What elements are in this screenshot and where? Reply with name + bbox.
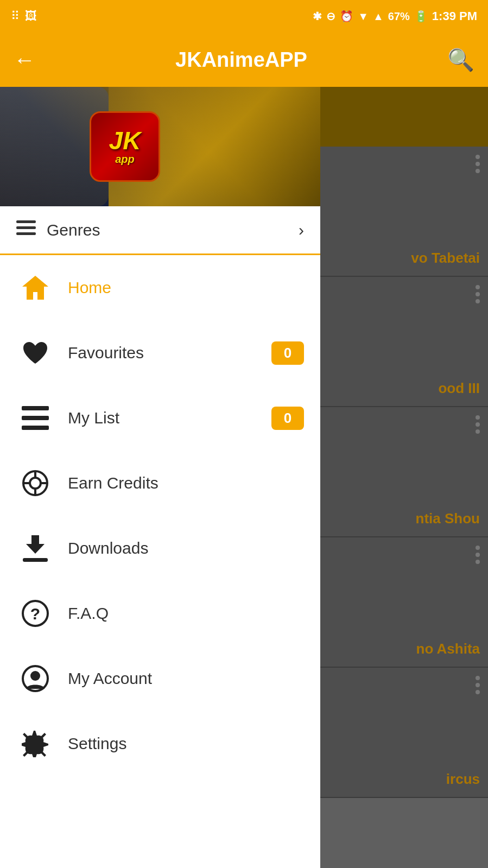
account-icon xyxy=(16,660,54,698)
app-title: JKAnimeAPP xyxy=(46,48,436,72)
svg-marker-13 xyxy=(26,535,45,554)
heart-icon xyxy=(16,334,54,372)
banner-figures xyxy=(0,87,320,206)
settings-icon xyxy=(16,725,54,763)
main-layout: vo Tabetai ood III ntia Shou no Ashita i… xyxy=(0,87,488,868)
earn-credits-icon xyxy=(16,464,54,502)
alarm-icon: ⏰ xyxy=(340,10,353,23)
home-icon xyxy=(16,269,54,307)
genres-label: Genres xyxy=(47,221,299,239)
sidebar-item-earncredits[interactable]: Earn Credits xyxy=(0,451,320,516)
svg-rect-5 xyxy=(22,416,49,420)
status-bar: ⠿ 🖼 ✱ ⊖ ⏰ ▼ ▲ 67% 🔋 1:39 PM xyxy=(0,0,488,33)
myaccount-label: My Account xyxy=(68,669,304,688)
sidebar-drawer: JK app Genres › Home xyxy=(0,87,320,868)
status-bar-left: ⠿ 🖼 xyxy=(11,9,37,23)
favourites-badge: 0 xyxy=(271,341,304,365)
sidebar-item-faq[interactable]: ? F.A.Q xyxy=(0,581,320,646)
battery-percent: 67% xyxy=(388,10,410,23)
image-icon: 🖼 xyxy=(25,9,37,23)
drawer-overlay[interactable] xyxy=(293,87,488,868)
sidebar-item-myaccount[interactable]: My Account xyxy=(0,646,320,711)
logo-text-jk: JK xyxy=(109,128,141,153)
svg-rect-0 xyxy=(16,220,36,223)
sidebar-banner: JK app xyxy=(0,87,320,206)
signal-icon: ▲ xyxy=(373,10,384,23)
status-bar-right: ✱ ⊖ ⏰ ▼ ▲ 67% 🔋 1:39 PM xyxy=(313,9,477,23)
sidebar-item-mylist[interactable]: My List 0 xyxy=(0,385,320,451)
svg-rect-4 xyxy=(22,406,49,410)
minus-circle-icon: ⊖ xyxy=(326,10,335,23)
svg-marker-3 xyxy=(22,276,48,300)
svg-rect-2 xyxy=(16,232,36,235)
mylist-badge: 0 xyxy=(271,407,304,430)
list-icon xyxy=(16,399,54,437)
faq-label: F.A.Q xyxy=(68,604,304,623)
genres-arrow: › xyxy=(299,221,304,239)
svg-point-18 xyxy=(30,671,40,681)
sidebar-item-settings[interactable]: Settings xyxy=(0,711,320,776)
app-logo: JK app xyxy=(90,111,160,182)
svg-rect-14 xyxy=(23,558,48,562)
svg-rect-1 xyxy=(16,226,36,229)
favourites-label: Favourites xyxy=(68,344,271,362)
mylist-label: My List xyxy=(68,409,271,427)
svg-text:?: ? xyxy=(30,605,40,623)
back-button[interactable]: ← xyxy=(14,48,35,72)
faq-icon: ? xyxy=(16,594,54,632)
search-button[interactable]: 🔍 xyxy=(447,47,474,73)
home-label: Home xyxy=(68,278,304,297)
logo-text-app: app xyxy=(115,153,135,166)
bluetooth-icon: ✱ xyxy=(313,10,322,23)
sidebar-item-downloads[interactable]: Downloads xyxy=(0,516,320,581)
battery-icon: 🔋 xyxy=(414,10,428,23)
sidebar-item-favourites[interactable]: Favourites 0 xyxy=(0,320,320,385)
settings-label: Settings xyxy=(68,734,304,753)
svg-rect-6 xyxy=(22,426,49,430)
downloads-label: Downloads xyxy=(68,539,304,557)
genres-icon xyxy=(16,220,36,240)
earncredits-label: Earn Credits xyxy=(68,474,304,492)
svg-point-8 xyxy=(30,478,41,489)
genres-menu-item[interactable]: Genres › xyxy=(0,206,320,255)
download-icon xyxy=(16,529,54,567)
top-bar: ← JKAnimeAPP 🔍 xyxy=(0,33,488,87)
grid-icon: ⠿ xyxy=(11,9,20,23)
sidebar-item-home[interactable]: Home xyxy=(0,255,320,320)
time-display: 1:39 PM xyxy=(432,9,477,23)
wifi-icon: ▼ xyxy=(358,10,369,23)
